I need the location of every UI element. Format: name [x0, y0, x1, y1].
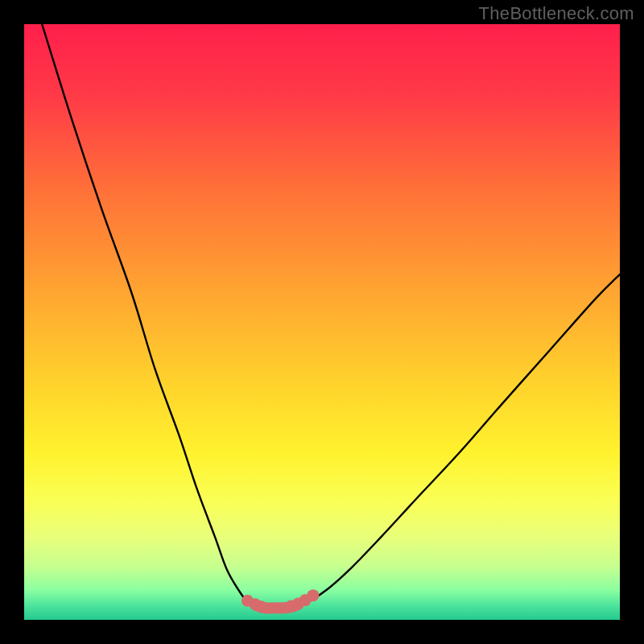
bottleneck-chart [0, 0, 644, 644]
series-marker-markers-min [255, 601, 267, 613]
chart-stage: TheBottleneck.com [0, 0, 644, 644]
watermark-text: TheBottleneck.com [479, 3, 634, 24]
plot-background [24, 24, 620, 620]
series-marker-markers-min [307, 589, 319, 601]
